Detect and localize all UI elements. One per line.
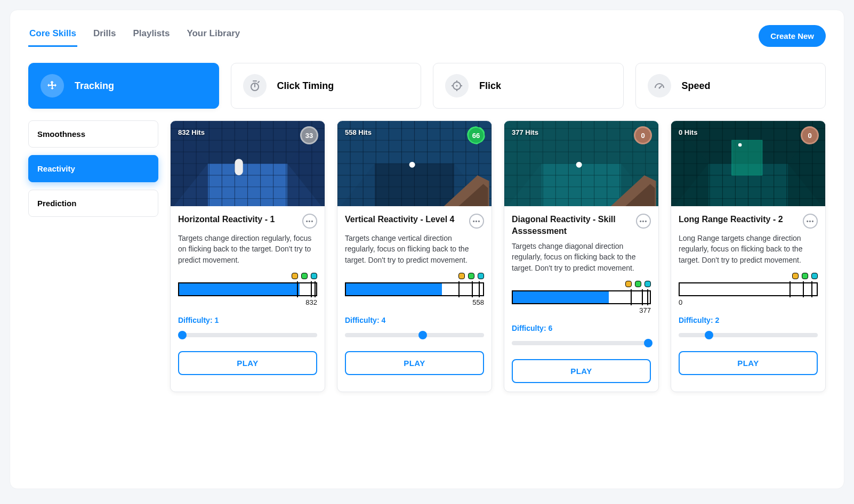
- medal-gold-icon: [625, 281, 632, 287]
- threshold-tick: [311, 281, 312, 297]
- medal-green-icon: [802, 273, 808, 279]
- skill-category-speed[interactable]: Speed: [635, 63, 826, 109]
- threshold-tick: [458, 281, 460, 297]
- hits-label: 0 Hits: [679, 128, 697, 136]
- nav-tab-drills[interactable]: Drills: [92, 25, 117, 47]
- threshold-tick: [297, 281, 298, 297]
- slider-knob[interactable]: [644, 339, 652, 347]
- play-button[interactable]: PLAY: [512, 359, 651, 383]
- svg-point-53: [409, 162, 415, 168]
- skill-category-click-timing[interactable]: Click Timing: [231, 63, 422, 109]
- slider-knob[interactable]: [418, 331, 427, 339]
- nav-tab-your-library[interactable]: Your Library: [186, 25, 241, 47]
- progress-value: 377: [512, 306, 651, 314]
- threshold-tick: [479, 281, 480, 297]
- difficulty-label: Difficulty: 6: [512, 324, 651, 332]
- drill-title: Horizontal Reactivity - 1: [178, 214, 275, 225]
- difficulty-label: Difficulty: 4: [345, 316, 484, 324]
- medal-row: [512, 281, 651, 287]
- drill-description: Targets change diagonal direction regula…: [512, 241, 651, 273]
- more-options-button[interactable]: •••: [803, 214, 818, 229]
- medal-teal-icon: [644, 281, 651, 287]
- crosshair-icon: [445, 74, 469, 97]
- threshold-tick: [789, 281, 791, 297]
- threshold-tick: [315, 281, 316, 297]
- progress-bar: [345, 282, 484, 296]
- skill-category-tracking[interactable]: Tracking: [28, 63, 219, 109]
- medal-teal-icon: [811, 273, 818, 279]
- sidebar-item-prediction[interactable]: Prediction: [28, 190, 158, 217]
- more-options-button[interactable]: •••: [469, 214, 484, 229]
- skill-category-label: Speed: [682, 80, 711, 92]
- skill-category-label: Click Timing: [277, 80, 334, 92]
- drill-thumbnail[interactable]: 0 Hits 0: [671, 121, 825, 206]
- difficulty-label: Difficulty: 1: [178, 316, 317, 324]
- drill-description: Targets change vertical direction regula…: [345, 233, 484, 265]
- threshold-tick: [811, 281, 812, 297]
- drill-description: Long Range targets change direction regu…: [679, 233, 818, 265]
- difficulty-slider[interactable]: [512, 341, 651, 345]
- hits-label: 377 Hits: [512, 128, 538, 136]
- create-new-button[interactable]: Create New: [759, 25, 826, 47]
- svg-point-82: [576, 162, 582, 168]
- slider-knob[interactable]: [178, 331, 187, 339]
- slider-knob[interactable]: [705, 331, 713, 339]
- drill-title: Diagonal Reactivity - Skill Asssessment: [512, 214, 632, 237]
- sidebar-item-smoothness[interactable]: Smoothness: [28, 120, 158, 148]
- svg-rect-111: [732, 140, 762, 175]
- drill-card: 832 Hits 33 Horizontal Reactivity - 1 ••…: [170, 120, 325, 392]
- difficulty-slider[interactable]: [178, 333, 317, 337]
- skill-category-flick[interactable]: Flick: [433, 63, 624, 109]
- progress-value: 832: [178, 298, 317, 306]
- progress-bar: [679, 282, 818, 296]
- drill-title: Long Range Reactivity - 2: [679, 214, 783, 225]
- drill-thumbnail[interactable]: 377 Hits 0: [504, 121, 658, 206]
- medal-row: [679, 273, 818, 279]
- skill-category-label: Tracking: [75, 80, 114, 92]
- progress-bar: [178, 282, 317, 296]
- medal-gold-icon: [458, 273, 465, 279]
- nav-tab-core-skills[interactable]: Core Skills: [28, 25, 77, 47]
- drill-thumbnail[interactable]: 558 Hits 66: [337, 121, 492, 206]
- threshold-tick: [647, 289, 648, 305]
- difficulty-slider[interactable]: [345, 333, 484, 337]
- progress-value: 0: [679, 298, 818, 306]
- medal-teal-icon: [478, 273, 484, 279]
- medal-green-icon: [301, 273, 308, 279]
- drill-card: 377 Hits 0 Diagonal Reactivity - Skill A…: [504, 120, 659, 392]
- gauge-icon: [648, 74, 671, 97]
- drill-description: Targets change direction regularly, focu…: [178, 233, 317, 265]
- difficulty-label: Difficulty: 2: [679, 316, 818, 324]
- score-badge: 0: [634, 126, 652, 144]
- hits-label: 832 Hits: [178, 128, 205, 136]
- skill-category-label: Flick: [479, 80, 501, 92]
- medal-gold-icon: [792, 273, 799, 279]
- drill-thumbnail[interactable]: 832 Hits 33: [171, 121, 325, 206]
- medal-teal-icon: [311, 273, 317, 279]
- difficulty-slider[interactable]: [679, 333, 818, 337]
- medal-row: [178, 273, 317, 279]
- medal-green-icon: [635, 281, 641, 287]
- progress-value: 558: [345, 298, 484, 306]
- play-button[interactable]: PLAY: [679, 351, 818, 375]
- move-icon: [41, 74, 64, 97]
- progress-bar: [512, 290, 651, 304]
- nav-tab-playlists[interactable]: Playlists: [132, 25, 171, 47]
- more-options-button[interactable]: •••: [302, 214, 317, 229]
- threshold-tick: [631, 289, 632, 305]
- play-button[interactable]: PLAY: [345, 351, 484, 375]
- score-badge: 0: [801, 126, 819, 144]
- sidebar-item-reactivity[interactable]: Reactivity: [28, 155, 158, 182]
- svg-point-112: [738, 143, 742, 147]
- play-button[interactable]: PLAY: [178, 351, 317, 375]
- hits-label: 558 Hits: [345, 128, 372, 136]
- progress-fill: [179, 283, 300, 295]
- drill-title: Vertical Reactivity - Level 4: [345, 214, 454, 225]
- threshold-tick: [472, 281, 473, 297]
- progress-fill: [513, 291, 609, 303]
- more-options-button[interactable]: •••: [636, 214, 651, 229]
- medal-green-icon: [468, 273, 474, 279]
- threshold-tick: [642, 289, 643, 305]
- medal-gold-icon: [292, 273, 298, 279]
- progress-fill: [346, 283, 442, 295]
